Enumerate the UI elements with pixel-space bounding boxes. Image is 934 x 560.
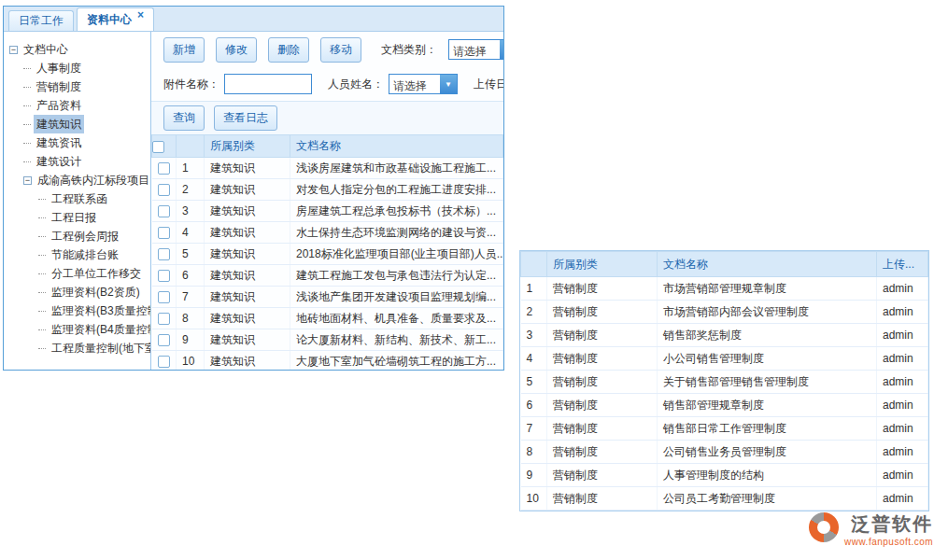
table-row[interactable]: 6 建筑知识 建筑工程施工发包与承包违法行为认定... — [152, 265, 503, 287]
tree-item-supervision-b3[interactable]: 监理资料(B3质量控制) — [4, 301, 150, 320]
table-row[interactable]: 4 建筑知识 水土保持生态环境监测网络的建设与资... — [152, 222, 503, 244]
row-checkbox[interactable] — [158, 184, 170, 196]
row-doc-name[interactable]: 浅谈房屋建筑和市政基础设施工程施工... — [290, 158, 503, 179]
tree-item-energy-ledger[interactable]: 节能减排台账 — [4, 245, 150, 264]
row-checkbox[interactable] — [158, 356, 170, 368]
tree-item-daily-report[interactable]: 工程日报 — [4, 208, 150, 227]
main-panel: 新增 修改 删除 移动 文档类别： 请选择 ▼ 文档名称： 附件名称： 人员姓名… — [151, 32, 503, 370]
row-checkbox[interactable] — [158, 227, 170, 239]
row-doc-name[interactable]: 对发包人指定分包的工程施工进度安排... — [290, 179, 503, 201]
row-doc-name[interactable]: 销售部管理规章制度 — [658, 394, 877, 417]
tree-item-doc-center[interactable]: − 文档中心 — [4, 40, 150, 59]
table-row[interactable]: 5 营销制度 关于销售部管理销售管理制度 admin — [521, 371, 928, 394]
tree-item-building-knowledge[interactable]: 建筑知识 — [4, 115, 150, 133]
tree-item-project-letters[interactable]: 工程联系函 — [4, 189, 150, 208]
table-row[interactable]: 4 营销制度 小公司销售管理制度 admin — [521, 347, 928, 371]
table-row[interactable]: 1 建筑知识 浅谈房屋建筑和市政基础设施工程施工... — [152, 158, 503, 179]
tree-item-marketing-policy[interactable]: 营销制度 — [4, 77, 150, 96]
tree-item-hr-policy[interactable]: 人事制度 — [4, 59, 150, 77]
row-doc-name[interactable]: 关于销售部管理销售管理制度 — [658, 371, 877, 394]
row-checkbox[interactable] — [158, 291, 170, 303]
tree-item-railway-project[interactable]: − 成渝高铁内江标段项目 — [4, 171, 150, 189]
view-log-button[interactable]: 查看日志 — [214, 105, 277, 131]
table-row[interactable]: 8 建筑知识 地砖地面材料、机具准备、质量要求及... — [152, 308, 503, 329]
tree-item-weekly-meeting[interactable]: 工程例会周报 — [4, 227, 150, 245]
row-doc-name[interactable]: 人事管理制度的结构 — [658, 464, 877, 487]
table-row[interactable]: 1 营销制度 市场营销部管理规章制度 admin — [521, 277, 928, 301]
tree-item-building-design[interactable]: 建筑设计 — [4, 152, 150, 171]
row-doc-name[interactable]: 2018标准化监理项目部(业主项目部)人员... — [290, 244, 503, 265]
chevron-down-icon[interactable]: ▼ — [500, 40, 503, 59]
row-doc-name[interactable]: 小公司销售管理制度 — [658, 347, 877, 371]
table-row[interactable]: 2 建筑知识 对发包人指定分包的工程施工进度安排... — [152, 179, 503, 201]
person-select[interactable]: 请选择 ▼ — [389, 74, 458, 94]
row-number: 5 — [521, 371, 547, 394]
row-uploader: admin — [877, 441, 928, 464]
row-checkbox[interactable] — [158, 162, 170, 175]
doc-type-select[interactable]: 请选择 ▼ — [448, 39, 503, 60]
tree-item-supervision-b2[interactable]: 监理资料(B2资质) — [4, 283, 150, 301]
table-row[interactable]: 3 建筑知识 房屋建筑工程总承包投标书（技术标）... — [152, 201, 503, 222]
tab-data-center[interactable]: 资料中心 × — [77, 7, 154, 31]
table-row[interactable]: 9 建筑知识 论大厦新材料、新结构、新技术、新工... — [152, 329, 503, 351]
row-checkbox[interactable] — [158, 248, 170, 260]
chevron-down-icon[interactable]: ▼ — [440, 75, 457, 93]
filter-toolbar: 附件名称： 人员姓名： 请选择 ▼ 上传日期： — [151, 67, 503, 101]
tree-connector — [38, 311, 46, 312]
row-checkbox[interactable] — [158, 313, 170, 325]
tree-item-building-news[interactable]: 建筑资讯 — [4, 133, 150, 152]
select-all-checkbox[interactable] — [152, 141, 164, 153]
tree-item-product-data[interactable]: 产品资料 — [4, 96, 150, 115]
row-doc-name[interactable]: 房屋建筑工程总承包投标书（技术标）... — [290, 201, 503, 222]
table-row[interactable]: 6 营销制度 销售部管理规章制度 admin — [521, 394, 928, 417]
row-doc-name[interactable]: 销售部奖惩制度 — [658, 324, 877, 347]
tree-label: 人事制度 — [34, 59, 84, 77]
tree-item-work-transfer[interactable]: 分工单位工作移交 — [4, 264, 150, 283]
add-button[interactable]: 新增 — [163, 37, 205, 63]
table-row[interactable]: 10 建筑知识 大厦地下室加气砼墙砌筑工程的施工方... — [152, 351, 503, 371]
tree-connector — [38, 199, 46, 200]
modify-button[interactable]: 修改 — [216, 37, 257, 63]
row-checkbox[interactable] — [158, 270, 170, 282]
row-doc-name[interactable]: 水土保持生态环境监测网络的建设与资... — [290, 222, 503, 244]
fanpu-logo: 泛普软件 www.fanpusoft.com — [809, 512, 933, 547]
row-doc-name[interactable]: 公司销售业务员管理制度 — [658, 441, 877, 464]
row-doc-name[interactable]: 地砖地面材料、机具准备、质量要求及... — [290, 308, 503, 329]
table-row[interactable]: 8 营销制度 公司销售业务员管理制度 admin — [521, 441, 928, 464]
column-header-doc-name: 文档名称 — [658, 252, 877, 277]
table-row[interactable]: 2 营销制度 市场营销部内部会议管理制度 admin — [521, 301, 928, 324]
table-row[interactable]: 9 营销制度 人事管理制度的结构 admin — [521, 464, 928, 487]
row-doc-name[interactable]: 浅谈地产集团开发建设项目监理规划编... — [290, 287, 503, 308]
row-category: 建筑知识 — [205, 222, 290, 244]
row-doc-name[interactable]: 市场营销部内部会议管理制度 — [658, 301, 877, 324]
query-button[interactable]: 查询 — [163, 105, 205, 131]
row-checkbox[interactable] — [158, 334, 170, 346]
move-button[interactable]: 移动 — [320, 37, 361, 63]
tab-daily-work[interactable]: 日常工作 — [8, 10, 74, 31]
collapse-icon[interactable]: − — [23, 176, 32, 185]
row-doc-name[interactable]: 建筑工程施工发包与承包违法行为认定... — [290, 265, 503, 287]
row-doc-name[interactable]: 大厦地下室加气砼墙砌筑工程的施工方... — [290, 351, 503, 371]
tree-label: 工程例会周报 — [49, 227, 121, 245]
tree-item-quality-basement[interactable]: 工程质量控制(地下室) — [4, 339, 150, 357]
attachment-name-input[interactable] — [224, 74, 312, 94]
row-doc-name[interactable]: 销售部日常工作管理制度 — [658, 417, 877, 441]
query-toolbar: 查询 查看日志 — [151, 101, 503, 134]
row-checkbox[interactable] — [158, 205, 170, 217]
row-category: 营销制度 — [547, 417, 658, 441]
delete-button[interactable]: 删除 — [268, 37, 309, 63]
row-category: 建筑知识 — [205, 351, 290, 371]
collapse-icon[interactable]: − — [9, 46, 18, 54]
table-row[interactable]: 7 建筑知识 浅谈地产集团开发建设项目监理规划编... — [152, 287, 503, 308]
row-doc-name[interactable]: 论大厦新材料、新结构、新技术、新工... — [290, 329, 503, 351]
row-number: 6 — [521, 394, 547, 417]
table-row[interactable]: 7 营销制度 销售部日常工作管理制度 admin — [521, 417, 928, 441]
row-doc-name[interactable]: 市场营销部管理规章制度 — [658, 277, 877, 301]
row-doc-name[interactable]: 公司员工考勤管理制度 — [658, 487, 877, 511]
table-row[interactable]: 10 营销制度 公司员工考勤管理制度 admin — [521, 487, 928, 511]
tree-item-supervision-b4[interactable]: 监理资料(B4质量控制) — [4, 320, 150, 339]
tree-connector — [38, 236, 46, 237]
table-row[interactable]: 5 建筑知识 2018标准化监理项目部(业主项目部)人员... — [152, 244, 503, 265]
table-row[interactable]: 3 营销制度 销售部奖惩制度 admin — [521, 324, 928, 347]
close-icon[interactable]: × — [137, 10, 144, 20]
